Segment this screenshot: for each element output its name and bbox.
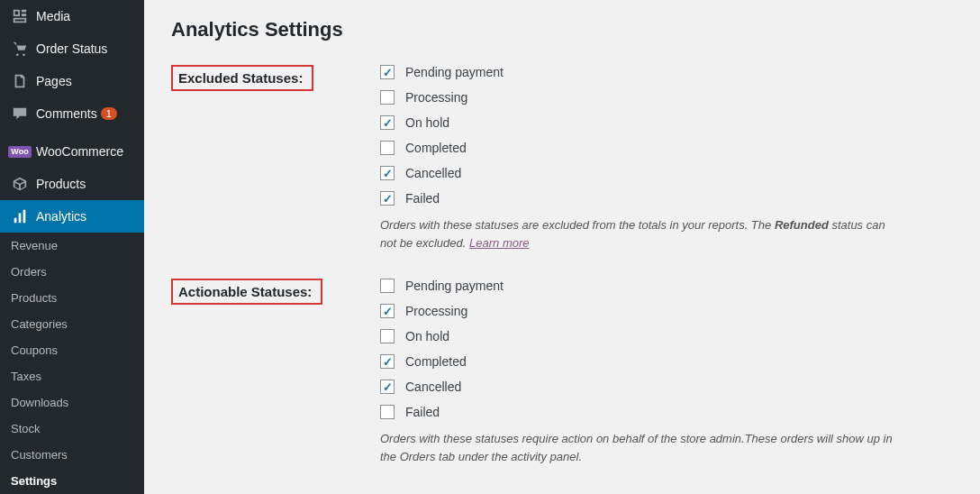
learn-more-link[interactable]: Learn more xyxy=(469,236,529,250)
sub-item-stock[interactable]: Stock xyxy=(0,416,144,442)
sidebar-item-label: Pages xyxy=(36,74,72,88)
sub-item-coupons[interactable]: Coupons xyxy=(0,337,144,363)
checkbox-failed[interactable] xyxy=(380,405,395,419)
sidebar-item-media[interactable]: Media xyxy=(0,0,144,32)
sidebar-item-products[interactable]: Products xyxy=(0,168,144,200)
checkbox-label: Processing xyxy=(405,304,467,318)
sub-item-categories[interactable]: Categories xyxy=(0,311,144,337)
actionable-statuses-label: Actionable Statuses: xyxy=(171,279,322,305)
sub-item-customers[interactable]: Customers xyxy=(0,442,144,468)
sidebar-item-pages[interactable]: Pages xyxy=(0,65,144,97)
checkbox-cancelled[interactable] xyxy=(380,166,395,180)
checkbox-failed[interactable] xyxy=(380,191,395,206)
checkbox-label: On hold xyxy=(405,329,449,343)
analytics-icon xyxy=(11,207,29,225)
sidebar-item-label: Products xyxy=(36,177,86,191)
sidebar-item-label: Analytics xyxy=(36,209,86,224)
checkbox-completed[interactable] xyxy=(380,354,395,369)
excluded-description: Orders with these statuses are excluded … xyxy=(380,216,903,252)
checkbox-row: On hold xyxy=(380,329,953,343)
sidebar-item-label: Comments xyxy=(36,106,97,121)
checkbox-row: Failed xyxy=(380,405,953,419)
actionable-description: Orders with these statuses require actio… xyxy=(380,430,903,465)
woo-icon: Woo xyxy=(11,142,29,160)
pages-icon xyxy=(11,72,29,90)
checkbox-row: Failed xyxy=(380,191,953,206)
checkbox-row: Cancelled xyxy=(380,166,953,180)
checkbox-label: Failed xyxy=(405,191,440,206)
main-content: Analytics Settings Excluded Statuses: Pe… xyxy=(144,0,980,494)
checkbox-processing[interactable] xyxy=(380,90,395,105)
checkbox-on-hold[interactable] xyxy=(380,329,395,343)
sub-item-products[interactable]: Products xyxy=(0,285,144,311)
media-icon xyxy=(11,7,29,25)
sub-item-taxes[interactable]: Taxes xyxy=(0,363,144,389)
excluded-statuses-label: Excluded Statuses: xyxy=(171,65,313,91)
checkbox-completed[interactable] xyxy=(380,141,395,155)
checkbox-label: Cancelled xyxy=(405,380,461,394)
checkbox-row: On hold xyxy=(380,115,953,130)
sub-item-orders[interactable]: Orders xyxy=(0,259,144,285)
sub-item-settings[interactable]: Settings xyxy=(0,468,144,494)
page-title: Analytics Settings xyxy=(171,9,953,41)
checkbox-row: Processing xyxy=(380,90,953,105)
checkbox-processing[interactable] xyxy=(380,304,395,318)
admin-sidebar: Media Order Status Pages Comments 1 Woo … xyxy=(0,0,144,494)
products-icon xyxy=(11,175,29,193)
sidebar-item-analytics[interactable]: Analytics xyxy=(0,200,144,233)
checkbox-pending-payment[interactable] xyxy=(380,65,395,79)
sidebar-item-label: Media xyxy=(36,9,70,23)
checkbox-row: Completed xyxy=(380,354,953,369)
checkbox-label: Pending payment xyxy=(405,65,504,79)
sub-item-downloads[interactable]: Downloads xyxy=(0,389,144,416)
comments-icon xyxy=(11,105,29,123)
checkbox-cancelled[interactable] xyxy=(380,380,395,394)
checkbox-pending-payment[interactable] xyxy=(380,279,395,293)
sidebar-item-order-status[interactable]: Order Status xyxy=(0,32,144,65)
sidebar-item-comments[interactable]: Comments 1 xyxy=(0,97,144,130)
actionable-statuses-section: Actionable Statuses: Pending payment Pro… xyxy=(171,279,953,465)
checkbox-row: Pending payment xyxy=(380,279,953,293)
sidebar-item-label: Order Status xyxy=(36,41,107,56)
excluded-statuses-section: Excluded Statuses: Pending payment Proce… xyxy=(171,65,953,252)
checkbox-label: On hold xyxy=(405,115,449,130)
cart-icon xyxy=(11,40,29,58)
comments-badge: 1 xyxy=(101,107,117,120)
sub-item-revenue[interactable]: Revenue xyxy=(0,233,144,259)
checkbox-row: Completed xyxy=(380,141,953,155)
checkbox-label: Pending payment xyxy=(405,279,504,293)
checkbox-label: Processing xyxy=(405,90,467,105)
checkbox-row: Processing xyxy=(380,304,953,318)
sidebar-item-woocommerce[interactable]: Woo WooCommerce xyxy=(0,135,144,168)
checkbox-row: Pending payment xyxy=(380,65,953,79)
checkbox-label: Cancelled xyxy=(405,166,461,180)
checkbox-row: Cancelled xyxy=(380,380,953,394)
checkbox-on-hold[interactable] xyxy=(380,115,395,130)
checkbox-label: Completed xyxy=(405,141,467,155)
checkbox-label: Failed xyxy=(405,405,440,419)
sidebar-item-label: WooCommerce xyxy=(36,144,123,159)
checkbox-label: Completed xyxy=(405,354,467,369)
